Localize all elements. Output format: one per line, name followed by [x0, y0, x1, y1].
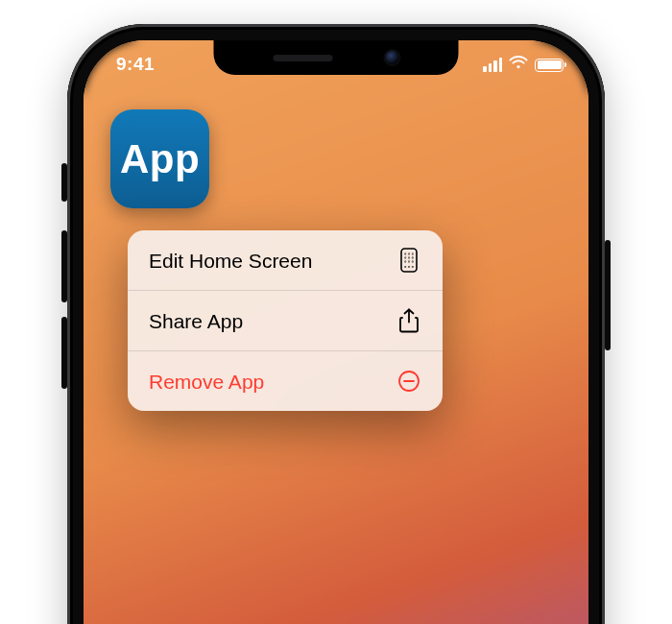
volume-up-button[interactable] [61, 230, 67, 302]
menu-item-remove-app[interactable]: Remove App [128, 351, 443, 411]
menu-item-label: Edit Home Screen [149, 251, 312, 271]
context-menu: Edit Home Screen Share App [128, 230, 443, 411]
app-icon[interactable]: App [110, 109, 209, 208]
app-icon-label: App [120, 136, 200, 182]
minus-circle-icon [396, 369, 421, 394]
volume-down-button[interactable] [61, 317, 67, 389]
cellular-icon [483, 58, 502, 72]
menu-item-edit-home-screen[interactable]: Edit Home Screen [128, 230, 443, 291]
screen: 9:41 App [84, 40, 588, 624]
menu-item-label: Remove App [149, 372, 264, 392]
battery-icon [535, 59, 564, 72]
iphone-frame: 9:41 App [67, 24, 605, 624]
menu-item-share-app[interactable]: Share App [128, 291, 443, 351]
share-icon [396, 308, 421, 333]
phone-grid-icon [396, 248, 421, 273]
menu-item-label: Share App [149, 311, 243, 331]
side-button[interactable] [605, 240, 611, 350]
stage: 9:41 App [0, 0, 672, 624]
wifi-icon [509, 56, 528, 74]
status-indicators [483, 56, 564, 74]
status-time: 9:41 [116, 54, 155, 75]
svg-rect-0 [401, 249, 417, 272]
status-bar: 9:41 [84, 52, 588, 77]
mute-switch[interactable] [61, 163, 67, 202]
